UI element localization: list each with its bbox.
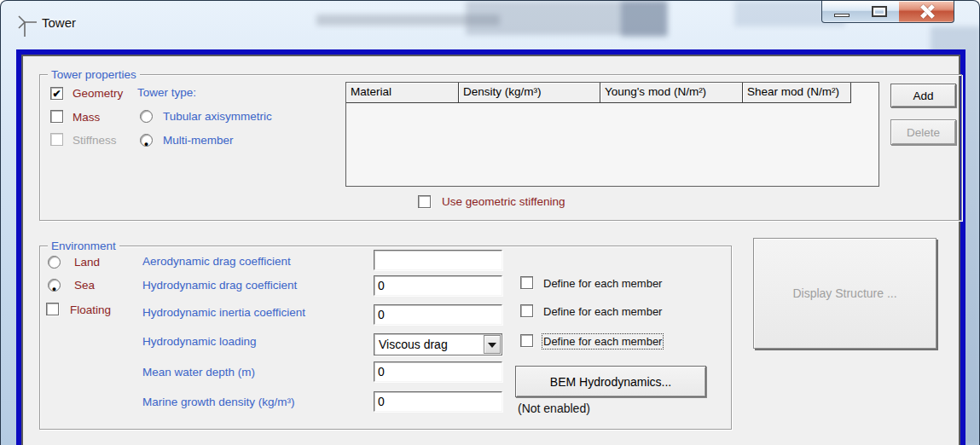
define-each-member-loading-checkbox[interactable] xyxy=(520,334,533,347)
add-button[interactable]: Add xyxy=(890,84,956,107)
hydrodynamic-loading-select[interactable]: Viscous drag xyxy=(374,333,502,355)
column-header-density[interactable]: Density (kg/m³) xyxy=(459,83,600,103)
floating-label: Floating xyxy=(70,303,111,316)
use-geometric-stiffening-checkbox[interactable] xyxy=(418,195,431,208)
aerodynamic-drag-label: Aerodynamic drag coefficient xyxy=(142,255,291,268)
tower-type-label: Tower type: xyxy=(137,86,196,99)
display-structure-button[interactable]: Display Structure ... xyxy=(753,238,937,349)
tubular-axisymmetric-label: Tubular axisymmetric xyxy=(163,110,272,123)
mass-checkbox[interactable] xyxy=(50,110,63,123)
mean-water-depth-label: Mean water depth (m) xyxy=(142,366,255,379)
hydrodynamic-loading-label: Hydrodynamic loading xyxy=(142,335,257,348)
materials-table: Material Density (kg/m³) Young's mod (N/… xyxy=(345,82,879,187)
delete-button[interactable]: Delete xyxy=(890,119,956,145)
sea-radio[interactable]: ● xyxy=(48,279,61,292)
define-each-member-drag-label: Define for each member xyxy=(543,277,662,290)
environment-group-title: Environment xyxy=(48,240,119,252)
floating-checkbox[interactable] xyxy=(46,303,59,315)
close-button[interactable] xyxy=(899,1,954,23)
land-label: Land xyxy=(74,256,100,269)
geometry-checkbox[interactable]: ✔ xyxy=(50,87,63,100)
multi-member-label: Multi-member xyxy=(163,134,234,147)
dropdown-button[interactable] xyxy=(484,335,501,354)
bem-hydrodynamics-button[interactable]: BEM Hydrodynamics... xyxy=(515,366,706,397)
aerodynamic-drag-input[interactable] xyxy=(374,250,502,270)
define-each-member-inertia-label: Define for each member xyxy=(543,305,662,318)
land-radio[interactable] xyxy=(48,256,61,269)
stiffness-checkbox[interactable] xyxy=(50,133,63,146)
stiffness-label: Stiffness xyxy=(72,134,117,147)
marine-growth-density-input[interactable] xyxy=(374,391,502,412)
hydrodynamic-drag-label: Hydrodynamic drag coefficient xyxy=(142,279,297,292)
materials-table-header-row: Material Density (kg/m³) Young's mod (N/… xyxy=(346,83,879,103)
tubular-axisymmetric-radio[interactable] xyxy=(140,110,153,123)
column-header-youngs-mod[interactable]: Young's mod (N/m²) xyxy=(600,83,743,103)
hydrodynamic-inertia-label: Hydrodynamic inertia coefficient xyxy=(142,306,305,319)
column-header-shear-mod[interactable]: Shear mod (N/m²) xyxy=(743,83,851,103)
geometry-label: Geometry xyxy=(72,87,123,100)
minimize-icon xyxy=(834,14,850,17)
hydrodynamic-inertia-input[interactable] xyxy=(374,304,502,325)
bem-status-text: (Not enabled) xyxy=(518,402,590,415)
minimize-button[interactable] xyxy=(821,1,861,23)
check-icon: ✔ xyxy=(52,88,61,100)
radio-dot-icon: ● xyxy=(52,285,56,293)
mass-label: Mass xyxy=(72,111,100,124)
mean-water-depth-input[interactable] xyxy=(374,361,502,382)
tower-dialog-window: Tower Tower properties ✔ Geometry Mass S… xyxy=(0,0,980,445)
background-window-blur xyxy=(621,1,668,37)
maximize-icon xyxy=(872,6,887,17)
hydrodynamic-drag-input[interactable] xyxy=(374,275,502,296)
window-title: Tower xyxy=(42,15,76,30)
tower-properties-group-title: Tower properties xyxy=(48,68,140,81)
marine-growth-density-label: Marine growth density (kg/m³) xyxy=(142,396,295,408)
define-each-member-drag-checkbox[interactable] xyxy=(520,276,533,289)
sea-label: Sea xyxy=(74,279,95,292)
use-geometric-stiffening-label: Use geometric stiffening xyxy=(442,195,565,208)
maximize-button[interactable] xyxy=(861,1,900,23)
chevron-down-icon xyxy=(488,343,496,348)
radio-dot-icon: ● xyxy=(144,140,148,148)
column-header-material[interactable]: Material xyxy=(346,83,459,103)
hydrodynamic-loading-value: Viscous drag xyxy=(379,338,448,351)
define-each-member-loading-label: Define for each member xyxy=(543,335,662,348)
multi-member-radio[interactable]: ● xyxy=(140,134,153,147)
turbine-icon xyxy=(18,14,40,38)
define-each-member-inertia-checkbox[interactable] xyxy=(520,304,533,317)
close-icon xyxy=(919,3,934,19)
